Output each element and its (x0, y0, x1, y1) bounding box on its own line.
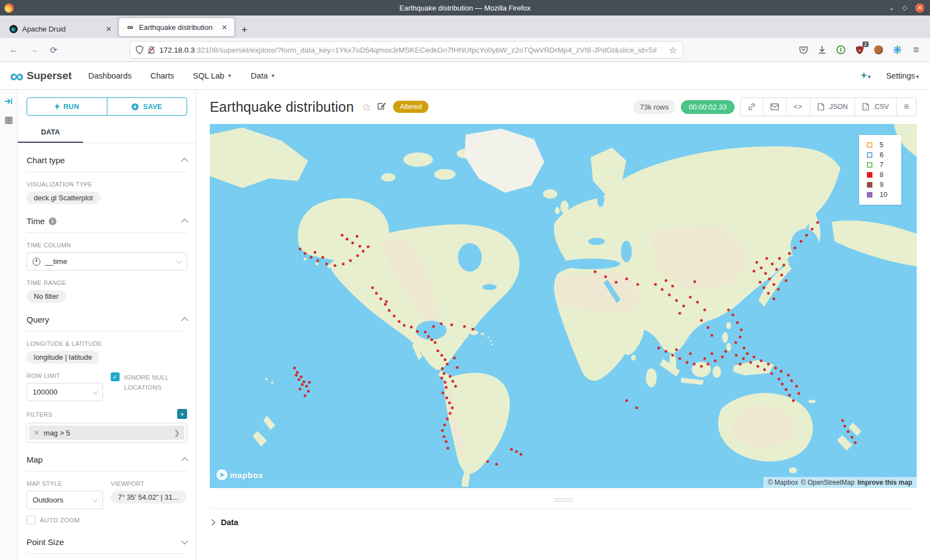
earthquake-point[interactable] (664, 279, 667, 282)
earthquake-point[interactable] (788, 252, 791, 255)
ignore-null-checkbox[interactable]: ✓ IGNORE NULL LOCATIONS (111, 372, 187, 393)
earthquake-point[interactable] (334, 264, 337, 267)
earthquake-point[interactable] (398, 320, 401, 323)
earthquake-point[interactable] (371, 287, 374, 289)
earthquake-point[interactable] (449, 375, 452, 377)
earthquake-point[interactable] (784, 388, 787, 391)
save-button[interactable]: SAVE (107, 97, 188, 116)
earthquake-point[interactable] (782, 264, 785, 267)
chart-menu-button[interactable]: ≡ (896, 98, 916, 116)
earthquake-point[interactable] (304, 394, 307, 397)
earthquake-point[interactable] (322, 256, 324, 259)
run-button[interactable]: RUN (27, 97, 107, 116)
earthquake-point[interactable] (792, 400, 794, 402)
earthquake-point[interactable] (424, 331, 427, 334)
earthquake-point[interactable] (710, 352, 713, 355)
earthquake-point[interactable] (679, 357, 681, 360)
earthquake-point[interactable] (349, 259, 352, 262)
tab-earthquake-distribution[interactable]: ∞ Earthquake distribution ✕ (118, 18, 235, 37)
earthquake-point[interactable] (768, 277, 771, 280)
attribution-mapbox[interactable]: © Mapbox (768, 479, 798, 486)
earthquake-point[interactable] (325, 262, 328, 265)
earthquake-point[interactable] (442, 391, 445, 394)
deckgl-scatterplot-map[interactable]: 5678910 ➤ mapbox © Mapbox © OpenStreetMa… (210, 124, 917, 488)
copy-link-button[interactable] (741, 98, 763, 116)
tab-apache-druid[interactable]: ◉ Apache Druid ✕ (2, 19, 118, 38)
earthquake-point[interactable] (385, 300, 388, 303)
earthquake-point[interactable] (362, 250, 365, 252)
expand-filter-icon[interactable]: ❯ (169, 429, 184, 437)
earthquake-point[interactable] (375, 292, 378, 294)
earthquake-point[interactable] (427, 335, 430, 338)
earthquake-point[interactable] (440, 354, 443, 356)
earthquake-point[interactable] (841, 419, 844, 422)
earthquake-point[interactable] (636, 407, 638, 409)
earthquake-point[interactable] (682, 305, 685, 308)
earthquake-point[interactable] (817, 221, 819, 224)
earthquake-point[interactable] (746, 352, 748, 355)
filter-chip[interactable]: ✕ mag > 5 ❯ (29, 426, 184, 440)
embed-code-button[interactable]: <> (786, 98, 810, 116)
earthquake-point[interactable] (452, 380, 454, 382)
earthquake-point[interactable] (760, 359, 763, 362)
earthquake-point[interactable] (442, 372, 445, 375)
window-close-icon[interactable]: ✕ (915, 3, 924, 13)
earthquake-point[interactable] (301, 383, 304, 386)
earthquake-point[interactable] (296, 371, 299, 374)
earthquake-point[interactable] (664, 350, 667, 353)
email-button[interactable] (763, 98, 786, 116)
earthquake-point[interactable] (437, 349, 440, 352)
earthquake-point[interactable] (515, 450, 518, 453)
nav-sql-lab[interactable]: SQL Lab▼ (193, 71, 232, 80)
earthquake-point[interactable] (773, 297, 776, 300)
earthquake-point[interactable] (854, 441, 856, 444)
earthquake-point[interactable] (393, 315, 396, 318)
earthquake-point[interactable] (661, 288, 664, 291)
earthquake-point[interactable] (731, 314, 734, 317)
earthquake-point[interactable] (766, 257, 768, 260)
earthquake-point[interactable] (388, 309, 391, 312)
earthquake-point[interactable] (345, 237, 348, 240)
earthquake-point[interactable] (448, 402, 451, 405)
earthquake-point[interactable] (738, 363, 741, 366)
earthquake-point[interactable] (760, 266, 763, 269)
earthquake-point[interactable] (444, 381, 447, 384)
earthquake-point[interactable] (456, 366, 458, 369)
legend-item[interactable]: 8 (867, 170, 901, 180)
nav-data[interactable]: Data▼ (251, 71, 276, 80)
url-text[interactable]: 172.18.0.3:32108/superset/explore/?form_… (159, 46, 665, 54)
earthquake-point[interactable] (442, 435, 445, 438)
earthquake-point[interactable] (299, 376, 302, 378)
earthquake-point[interactable] (776, 268, 778, 271)
earthquake-point[interactable] (356, 255, 359, 257)
earthquake-point[interactable] (764, 272, 767, 274)
earthquake-point[interactable] (445, 396, 448, 399)
earthquake-point[interactable] (293, 366, 296, 369)
earthquake-point[interactable] (636, 283, 639, 286)
reload-icon[interactable]: ⟳ (45, 42, 62, 58)
earthquake-point[interactable] (774, 366, 777, 369)
earthquake-point[interactable] (447, 447, 450, 449)
earthquake-point[interactable] (451, 407, 454, 409)
extension-icon[interactable] (835, 44, 847, 56)
earthquake-point[interactable] (700, 365, 702, 367)
export-json-button[interactable]: .JSON (810, 98, 855, 116)
earthquake-point[interactable] (714, 359, 717, 362)
earthquake-point[interactable] (689, 352, 692, 355)
earthquake-point[interactable] (453, 357, 456, 360)
settings-menu[interactable]: Settings▼ (886, 71, 920, 80)
earthquake-point[interactable] (671, 354, 674, 356)
mapbox-logo[interactable]: ➤ mapbox (216, 469, 264, 480)
earthquake-point[interactable] (843, 425, 846, 428)
downloads-icon[interactable] (816, 44, 828, 56)
add-new-button[interactable]: +▼ (861, 70, 871, 81)
earthquake-point[interactable] (753, 356, 756, 359)
earthquake-point[interactable] (593, 271, 596, 273)
earthquake-point[interactable] (626, 277, 628, 280)
dataset-grid-icon[interactable]: ▦ (4, 114, 13, 126)
time-column-select[interactable]: __time (27, 252, 187, 271)
new-tab-button[interactable]: + (235, 24, 254, 38)
earthquake-point[interactable] (403, 324, 406, 326)
earthquake-point[interactable] (784, 279, 787, 282)
export-csv-button[interactable]: x.CSV (855, 98, 896, 116)
